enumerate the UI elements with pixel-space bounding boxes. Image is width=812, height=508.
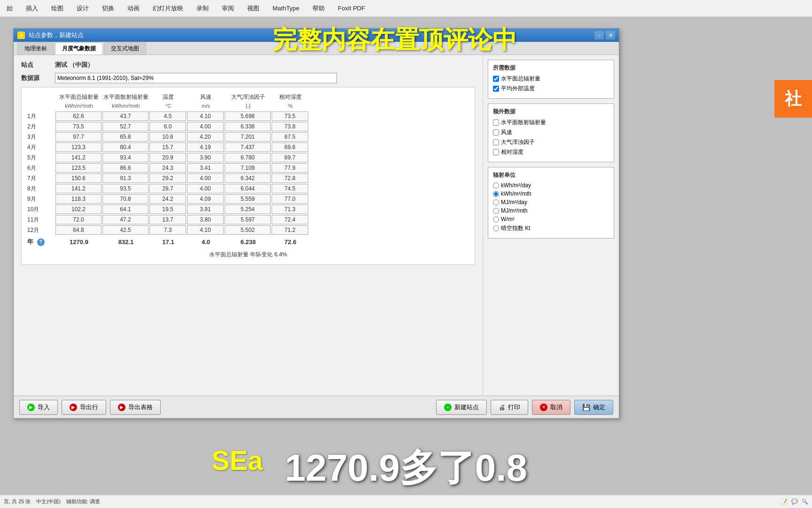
menu-item-animation[interactable]: 动画 <box>125 3 142 14</box>
cell-v3-8[interactable] <box>149 194 186 204</box>
cell-v6-8[interactable] <box>272 194 308 204</box>
cell-v3-4[interactable] <box>149 153 186 162</box>
dialog-close-button[interactable]: ✕ <box>606 31 615 40</box>
cell-v5-0[interactable] <box>225 111 271 121</box>
cell-v1-9[interactable] <box>55 205 102 214</box>
cell-v4-4[interactable] <box>187 153 224 162</box>
cell-v4-9[interactable] <box>187 205 224 214</box>
cell-v6-10[interactable] <box>272 215 308 224</box>
cell-v5-6[interactable] <box>225 174 271 183</box>
menu-item-transition[interactable]: 切换 <box>99 3 117 14</box>
checkbox-wind-input[interactable] <box>493 129 499 135</box>
menu-item-review[interactable]: 审阅 <box>219 3 237 14</box>
menu-item-start[interactable]: 始 <box>4 3 16 14</box>
cell-v2-2[interactable] <box>102 132 148 142</box>
comments-icon[interactable]: 💬 <box>791 499 798 505</box>
menu-item-help[interactable]: 帮助 <box>310 3 328 14</box>
menu-item-mathtype[interactable]: MathType <box>270 4 302 13</box>
cell-v2-3[interactable] <box>102 143 148 152</box>
menu-item-draw[interactable]: 绘图 <box>48 3 66 14</box>
cell-v2-9[interactable] <box>102 205 148 214</box>
cell-v2-4[interactable] <box>102 153 148 162</box>
tab-geo-coords[interactable]: 地理坐标 <box>17 42 54 55</box>
menu-item-record[interactable]: 录制 <box>194 3 211 14</box>
cell-v2-8[interactable] <box>102 194 148 204</box>
cell-v3-2[interactable] <box>149 132 186 142</box>
cancel-button[interactable]: ✕ 取消 <box>532 400 570 415</box>
cell-v3-1[interactable] <box>149 122 186 131</box>
checkbox-humidity-input[interactable] <box>493 149 499 155</box>
cell-v5-11[interactable] <box>225 225 271 235</box>
cell-v1-8[interactable] <box>55 194 102 204</box>
cell-v6-9[interactable] <box>272 205 308 214</box>
cell-v2-5[interactable] <box>102 163 148 173</box>
menu-item-foxit[interactable]: Foxit PDF <box>335 4 368 13</box>
cell-v4-0[interactable] <box>187 111 224 121</box>
cell-v2-1[interactable] <box>102 122 148 131</box>
print-button[interactable]: 🖨 打印 <box>491 400 528 415</box>
cell-v2-0[interactable] <box>102 111 148 121</box>
cell-v6-2[interactable] <box>272 132 308 142</box>
cell-v6-4[interactable] <box>272 153 308 162</box>
cell-v4-10[interactable] <box>187 215 224 224</box>
cell-v1-4[interactable] <box>55 153 102 162</box>
cell-v3-6[interactable] <box>149 174 186 183</box>
cell-v5-9[interactable] <box>225 205 271 214</box>
cell-v6-7[interactable] <box>272 184 308 193</box>
cell-v6-1[interactable] <box>272 122 308 131</box>
radio-5[interactable] <box>493 225 499 231</box>
cell-v4-7[interactable] <box>187 184 224 193</box>
dialog-minimize-button[interactable]: － <box>594 31 604 40</box>
cell-v5-5[interactable] <box>225 163 271 173</box>
cell-v4-2[interactable] <box>187 132 224 142</box>
cell-v6-3[interactable] <box>272 143 308 152</box>
menu-item-design[interactable]: 设计 <box>74 3 92 14</box>
cell-v2-11[interactable] <box>102 225 148 235</box>
checkbox-diffuse-input[interactable] <box>493 119 499 126</box>
cell-v6-6[interactable] <box>272 174 308 183</box>
cell-v1-3[interactable] <box>55 143 102 152</box>
checkbox-total-radiation-input[interactable] <box>493 76 499 82</box>
radio-3[interactable] <box>493 208 499 214</box>
cell-v5-1[interactable] <box>225 122 271 131</box>
export-row-button[interactable]: ▶ 导出行 <box>62 400 106 415</box>
cell-v1-11[interactable] <box>55 225 102 235</box>
import-button[interactable]: ▶ 导入 <box>19 400 58 415</box>
cell-v6-11[interactable] <box>272 225 308 235</box>
cell-v3-9[interactable] <box>149 205 186 214</box>
cell-v5-10[interactable] <box>225 215 271 224</box>
cell-v1-2[interactable] <box>55 132 102 142</box>
cell-v3-0[interactable] <box>149 111 186 121</box>
cell-v3-3[interactable] <box>149 143 186 152</box>
cell-v6-0[interactable] <box>272 111 308 121</box>
cell-v6-5[interactable] <box>272 163 308 173</box>
cell-v1-5[interactable] <box>55 163 102 173</box>
radio-2[interactable] <box>493 199 499 206</box>
notes-icon[interactable]: 📝 <box>781 499 788 505</box>
menu-item-slideshow[interactable]: 幻灯片放映 <box>150 3 186 14</box>
cell-v4-11[interactable] <box>187 225 224 235</box>
cell-v4-5[interactable] <box>187 163 224 173</box>
cell-v3-11[interactable] <box>149 225 186 235</box>
cell-v1-7[interactable] <box>55 184 102 193</box>
cell-v1-6[interactable] <box>55 174 102 183</box>
export-table-button[interactable]: ▶ 导出表格 <box>110 400 161 415</box>
cell-v4-6[interactable] <box>187 174 224 183</box>
cell-v3-5[interactable] <box>149 163 186 173</box>
menu-item-view[interactable]: 视图 <box>244 3 262 14</box>
confirm-button[interactable]: 💾 确定 <box>574 400 613 415</box>
cell-v1-10[interactable] <box>55 215 102 224</box>
cell-v4-3[interactable] <box>187 143 224 152</box>
radio-0[interactable] <box>493 183 499 189</box>
radio-1[interactable] <box>493 191 499 197</box>
cell-v5-2[interactable] <box>225 132 271 142</box>
cell-v2-10[interactable] <box>102 215 148 224</box>
cell-v4-1[interactable] <box>187 122 224 131</box>
cell-v5-8[interactable] <box>225 194 271 204</box>
menu-item-insert[interactable]: 插入 <box>23 3 41 14</box>
cell-v3-10[interactable] <box>149 215 186 224</box>
checkbox-turbidity-input[interactable] <box>493 139 499 145</box>
new-station-button[interactable]: ＋ 新建站点 <box>436 400 487 415</box>
cell-v5-4[interactable] <box>225 153 271 162</box>
tab-interactive-map[interactable]: 交互式地图 <box>104 42 146 55</box>
